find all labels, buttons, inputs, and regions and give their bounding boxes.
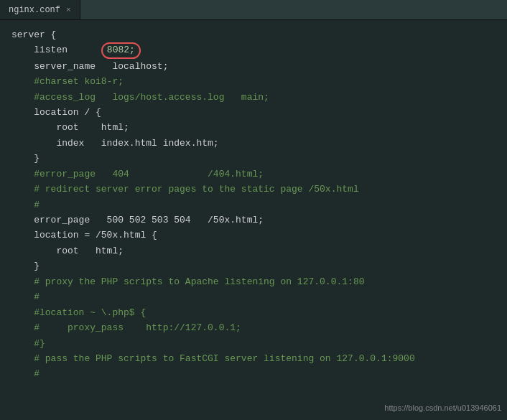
code-line: # (11, 197, 496, 213)
code-line-location1: location / { (11, 105, 496, 120)
code-line: # (11, 366, 496, 381)
code-line: server { (11, 27, 496, 42)
code-line: # proxy_pass http://127.0.0.1; (11, 320, 496, 335)
code-line: #error_page 404 /404.html; (11, 167, 496, 182)
code-line: #location ~ \.php$ { (11, 305, 496, 320)
code-line: } (11, 258, 496, 274)
tab-close-icon[interactable]: × (66, 6, 71, 14)
code-line: error_page 500 502 503 504 /50x.html; (11, 213, 496, 228)
tab-nginx-conf[interactable]: nginx.conf × (0, 0, 80, 19)
tab-filename: nginx.conf (9, 5, 60, 15)
code-line: root html; (11, 120, 496, 135)
tab-bar: nginx.conf × (0, 0, 507, 20)
port-highlight: 8082; (101, 42, 141, 58)
code-line: # (11, 289, 496, 304)
code-line: #access_log logs/host.access.log main; (11, 90, 496, 105)
code-line: #} (11, 336, 496, 351)
code-line: # pass the PHP scripts to FastCGI server… (11, 351, 496, 366)
code-area: server { listen 8082; server_name localh… (0, 20, 507, 420)
code-line-listen: listen 8082; (11, 42, 496, 58)
code-line: server_name localhost; (11, 59, 496, 74)
code-line-redirect: # redirect server error pages to the sta… (11, 182, 496, 197)
code-line: index index.html index.htm; (11, 136, 496, 151)
code-line: } (11, 151, 496, 166)
code-line-location2: location = /50x.html { (11, 228, 496, 243)
code-line: #charset koi8-r; (11, 74, 496, 89)
code-line: root html; (11, 243, 496, 258)
code-line: # proxy the PHP scripts to Apache listen… (11, 274, 496, 289)
watermark: https://blog.csdn.net/u013946061 (384, 401, 501, 414)
